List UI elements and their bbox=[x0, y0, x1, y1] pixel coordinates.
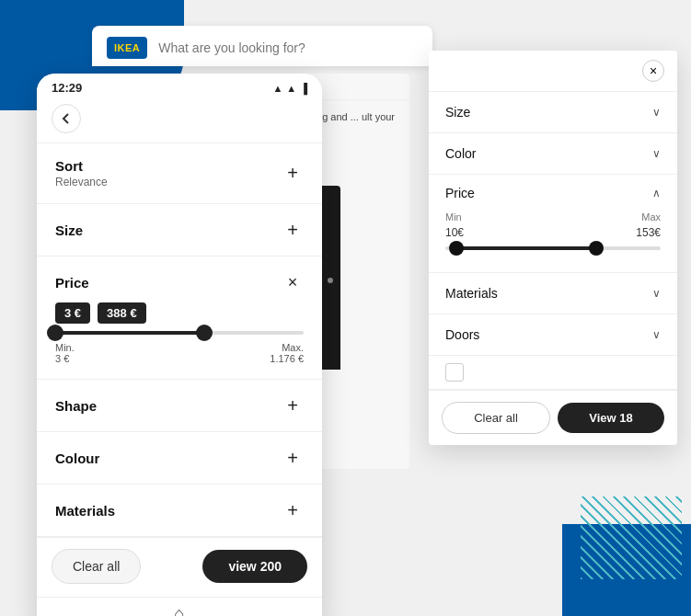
status-icons: ▲ ▲ ▐ bbox=[272, 83, 307, 94]
materials-filter-label: Materials bbox=[55, 503, 115, 519]
price-slider-track bbox=[55, 331, 304, 335]
price-filter-label: Price bbox=[55, 275, 89, 291]
desktop-price-header[interactable]: Price ∧ bbox=[445, 186, 661, 200]
shape-filter-row[interactable]: Shape + bbox=[55, 394, 304, 416]
price-range-labels: Min. 3 € Max. 1.176 € bbox=[55, 342, 304, 364]
mobile-header bbox=[37, 98, 322, 143]
doors-chevron-icon: ∨ bbox=[652, 328, 661, 341]
price-tag-min: 3 € bbox=[55, 302, 90, 324]
ikea-search-bar: IKEA bbox=[92, 26, 432, 66]
desktop-color-label: Color bbox=[445, 146, 476, 161]
size-filter-label: Size bbox=[55, 222, 83, 238]
close-button[interactable]: × bbox=[642, 60, 664, 82]
ikea-logo: IKEA bbox=[107, 37, 147, 59]
status-bar: 12:29 ▲ ▲ ▐ bbox=[37, 74, 322, 98]
price-max-value: 1.176 € bbox=[270, 353, 304, 364]
materials-expand-icon[interactable]: + bbox=[282, 499, 304, 521]
colour-filter-label: Colour bbox=[55, 451, 99, 466]
back-button[interactable] bbox=[52, 104, 81, 133]
shape-filter-label: Shape bbox=[55, 398, 97, 414]
view-button-mobile[interactable]: view 200 bbox=[202, 550, 307, 583]
desktop-price-values: 10€ 153€ bbox=[445, 226, 661, 239]
size-expand-icon[interactable]: + bbox=[282, 219, 304, 241]
bg-teal-pattern bbox=[581, 496, 682, 579]
desktop-slider-fill bbox=[456, 246, 596, 250]
desktop-size-row[interactable]: Size ∨ bbox=[429, 92, 677, 133]
price-tag-max: 388 € bbox=[98, 302, 146, 324]
desktop-slider-track bbox=[445, 246, 661, 250]
price-slider-thumb-left[interactable] bbox=[47, 325, 63, 341]
colour-expand-icon[interactable]: + bbox=[282, 447, 304, 469]
desktop-panel-header: × bbox=[429, 51, 677, 92]
mobile-nav-bar: ⌂ bbox=[37, 597, 322, 616]
home-nav-icon[interactable]: ⌂ bbox=[174, 603, 185, 616]
size-chevron-icon: ∨ bbox=[652, 106, 661, 119]
desktop-max-label: Max bbox=[641, 211, 661, 222]
desktop-price-min-value: 10€ bbox=[445, 226, 464, 239]
price-max-label: Max. bbox=[270, 342, 304, 353]
desktop-doors-label: Doors bbox=[445, 327, 479, 342]
signal-icon: ▲ bbox=[272, 83, 282, 94]
desktop-price-min-max-labels: Min Max bbox=[445, 211, 661, 222]
size-filter-row[interactable]: Size + bbox=[55, 219, 304, 241]
desktop-bottom-bar: Clear all View 18 bbox=[429, 390, 677, 445]
price-filter-section: Price × 3 € 388 € Min. 3 € Max. 1.176 € bbox=[37, 257, 322, 380]
sort-filter-section: Sort Relevance + bbox=[37, 143, 322, 204]
clear-all-button-desktop[interactable]: Clear all bbox=[442, 402, 550, 434]
price-close-icon[interactable]: × bbox=[282, 271, 304, 293]
mobile-bottom-bar: Clear all view 200 bbox=[37, 537, 322, 597]
wifi-icon: ▲ bbox=[286, 83, 296, 94]
desktop-min-label: Min bbox=[445, 211, 462, 222]
shape-expand-icon[interactable]: + bbox=[282, 394, 304, 416]
price-min-value: 3 € bbox=[55, 353, 75, 364]
sort-filter-row[interactable]: Sort Relevance + bbox=[55, 158, 304, 188]
materials-filter-section: Materials + bbox=[37, 485, 322, 537]
sort-expand-icon[interactable]: + bbox=[282, 163, 304, 185]
desktop-price-max-value: 153€ bbox=[636, 226, 661, 239]
price-filter-row[interactable]: Price × bbox=[55, 271, 304, 293]
desktop-doors-row[interactable]: Doors ∨ bbox=[429, 314, 677, 356]
color-chevron-icon: ∨ bbox=[652, 147, 661, 160]
view-button-desktop[interactable]: View 18 bbox=[558, 403, 664, 433]
sort-filter-sub: Relevance bbox=[55, 176, 108, 188]
sort-filter-label: Sort bbox=[55, 158, 108, 174]
desktop-size-label: Size bbox=[445, 105, 470, 120]
size-filter-section: Size + bbox=[37, 204, 322, 257]
checkbox-placeholder[interactable] bbox=[445, 363, 464, 382]
search-input[interactable] bbox=[158, 40, 418, 55]
desktop-filter-panel: × Size ∨ Color ∨ Price ∧ Min Max 10€ 153… bbox=[429, 51, 677, 445]
status-time: 12:29 bbox=[52, 81, 82, 95]
colour-filter-row[interactable]: Colour + bbox=[55, 447, 304, 469]
desktop-materials-label: Materials bbox=[445, 286, 498, 301]
mobile-filter-panel: 12:29 ▲ ▲ ▐ Sort Relevance + Size + bbox=[37, 74, 322, 616]
desktop-slider-thumb-left[interactable] bbox=[449, 241, 464, 256]
desktop-materials-row[interactable]: Materials ∨ bbox=[429, 273, 677, 314]
materials-chevron-icon: ∨ bbox=[652, 287, 661, 300]
desktop-color-row[interactable]: Color ∨ bbox=[429, 133, 677, 175]
clear-all-button-mobile[interactable]: Clear all bbox=[52, 549, 141, 584]
materials-filter-row[interactable]: Materials + bbox=[55, 499, 304, 521]
shape-filter-section: Shape + bbox=[37, 380, 322, 432]
desktop-slider-thumb-right[interactable] bbox=[589, 241, 604, 256]
price-slider-thumb-right[interactable] bbox=[196, 325, 213, 341]
desktop-price-section: Price ∧ Min Max 10€ 153€ bbox=[429, 175, 677, 273]
desktop-price-label: Price bbox=[445, 186, 475, 200]
battery-icon: ▐ bbox=[300, 83, 307, 94]
price-tags: 3 € 388 € bbox=[55, 302, 304, 324]
colour-filter-section: Colour + bbox=[37, 432, 322, 485]
price-min-label: Min. bbox=[55, 342, 75, 353]
price-slider-fill bbox=[55, 331, 204, 335]
price-chevron-icon: ∧ bbox=[652, 187, 661, 200]
